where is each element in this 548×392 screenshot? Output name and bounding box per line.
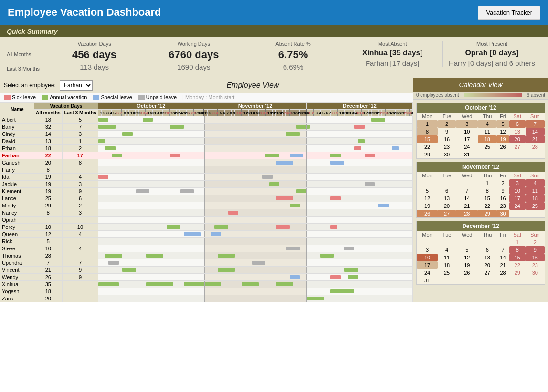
calendar-day[interactable]: 22	[509, 261, 526, 269]
metric-most-absent-title: Most Absent	[347, 41, 438, 47]
calendar-day[interactable]: 12	[496, 128, 509, 135]
calendar-day[interactable]: 14	[526, 128, 545, 135]
calendar-day[interactable]: 9	[526, 246, 545, 254]
calendar-day[interactable]: 4	[478, 120, 496, 128]
calendar-day[interactable]: 30	[496, 210, 509, 217]
calendar-day[interactable]: 11	[526, 187, 545, 195]
calendar-day[interactable]: 21	[526, 135, 545, 143]
calendar-day[interactable]: 20	[438, 202, 456, 210]
calendar-day[interactable]: 11	[478, 128, 496, 135]
calendar-day[interactable]: 28	[526, 143, 545, 151]
calendar-day[interactable]: 31	[456, 151, 478, 158]
calendar-day[interactable]: 1	[417, 120, 438, 128]
calendar-day[interactable]: 7	[496, 246, 509, 254]
calendar-day[interactable]: 13	[438, 195, 456, 202]
absent-bar: 0 employees absent 6 absent	[413, 92, 548, 100]
calendar-day[interactable]: 19	[496, 135, 509, 143]
calendar-day[interactable]: 15	[417, 135, 438, 143]
calendar-day[interactable]: 8	[509, 246, 526, 254]
calendar-day[interactable]: 6	[509, 120, 526, 128]
calendar-day[interactable]: 21	[456, 202, 478, 210]
calendar-day[interactable]: 2	[438, 120, 456, 128]
calendar-day[interactable]: 7	[456, 187, 478, 195]
calendar-day[interactable]: 25	[478, 143, 496, 151]
calendar-day[interactable]: 29	[478, 210, 496, 217]
calendar-day[interactable]: 20	[509, 135, 526, 143]
calendar-day[interactable]: 18	[526, 195, 545, 202]
calendar-day[interactable]: 16	[526, 254, 545, 261]
calendar-day[interactable]: 9	[496, 187, 509, 195]
calendar-day[interactable]: 14	[456, 195, 478, 202]
calendar-day[interactable]: 5	[496, 120, 509, 128]
calendar-day[interactable]: 18	[478, 135, 496, 143]
calendar-day[interactable]: 13	[509, 128, 526, 135]
calendar-day[interactable]: 22	[417, 143, 438, 151]
day-header: Tue	[438, 172, 456, 179]
calendar-day[interactable]: 12	[456, 254, 478, 261]
calendar-day[interactable]: 5	[417, 187, 438, 195]
calendar-day[interactable]: 23	[526, 261, 545, 269]
calendar-day[interactable]: 8	[478, 187, 496, 195]
calendar-day[interactable]: 12	[417, 195, 438, 202]
calendar-day[interactable]: 25	[526, 202, 545, 210]
calendar-day[interactable]: 3	[456, 120, 478, 128]
calendar-day[interactable]: 30	[438, 151, 456, 158]
vacation-tracker-button[interactable]: Vacation Tracker	[478, 6, 540, 20]
calendar-day[interactable]: 26	[496, 143, 509, 151]
calendar-day[interactable]: 10	[456, 128, 478, 135]
calendar-day[interactable]: 11	[438, 254, 456, 261]
calendar-day[interactable]: 10	[417, 254, 438, 261]
calendar-day[interactable]: 4	[438, 246, 456, 254]
calendar-day[interactable]: 24	[456, 143, 478, 151]
calendar-day[interactable]: 3	[417, 246, 438, 254]
calendar-day[interactable]: 22	[478, 202, 496, 210]
calendar-day[interactable]: 5	[456, 246, 478, 254]
calendar-day[interactable]: 20	[478, 261, 496, 269]
calendar-day[interactable]: 4	[526, 179, 545, 187]
gantt-bars	[98, 288, 413, 295]
calendar-day[interactable]: 6	[438, 187, 456, 195]
calendar-day[interactable]: 3	[509, 179, 526, 187]
calendar-day[interactable]: 23	[438, 143, 456, 151]
calendar-day[interactable]: 8	[417, 128, 438, 135]
calendar-day[interactable]: 27	[478, 269, 496, 277]
calendar-day[interactable]: 13	[478, 254, 496, 261]
calendar-day[interactable]: 25	[438, 269, 456, 277]
calendar-day[interactable]: 14	[496, 254, 509, 261]
calendar-day[interactable]: 17	[509, 195, 526, 202]
calendar-day[interactable]: 17	[456, 135, 478, 143]
employee-select[interactable]: Farhan	[60, 80, 93, 91]
calendar-day[interactable]: 26	[456, 269, 478, 277]
calendar-day[interactable]: 1	[509, 238, 526, 246]
calendar-day[interactable]: 26	[417, 210, 438, 217]
calendar-day[interactable]: 19	[417, 202, 438, 210]
calendar-day[interactable]: 24	[417, 269, 438, 277]
calendar-day[interactable]: 15	[478, 195, 496, 202]
calendar-day[interactable]: 28	[456, 210, 478, 217]
calendar-day[interactable]: 18	[438, 261, 456, 269]
calendar-day[interactable]: 7	[526, 120, 545, 128]
table-row: David131	[0, 138, 413, 145]
calendar-day[interactable]: 10	[509, 187, 526, 195]
calendar-day[interactable]: 16	[496, 195, 509, 202]
calendar-day[interactable]: 23	[496, 202, 509, 210]
calendar-day[interactable]: 31	[417, 277, 438, 284]
calendar-day[interactable]: 17	[417, 261, 438, 269]
calendar-day[interactable]: 28	[496, 269, 509, 277]
calendar-day[interactable]: 21	[496, 261, 509, 269]
calendar-day[interactable]: 29	[509, 269, 526, 277]
calendar-day[interactable]: 27	[509, 143, 526, 151]
calendar-day[interactable]: 16	[438, 135, 456, 143]
calendar-day[interactable]: 6	[478, 246, 496, 254]
calendar-day[interactable]: 2	[496, 179, 509, 187]
calendar-day[interactable]: 19	[456, 261, 478, 269]
calendar-day[interactable]: 24	[509, 202, 526, 210]
calendar-day[interactable]: 2	[526, 238, 545, 246]
calendar-day[interactable]: 1	[478, 179, 496, 187]
employee-name: Xinhua	[0, 281, 34, 288]
calendar-day[interactable]: 29	[417, 151, 438, 158]
calendar-day[interactable]: 15	[509, 254, 526, 261]
calendar-day[interactable]: 27	[438, 210, 456, 217]
calendar-day[interactable]: 30	[526, 269, 545, 277]
calendar-day[interactable]: 9	[438, 128, 456, 135]
